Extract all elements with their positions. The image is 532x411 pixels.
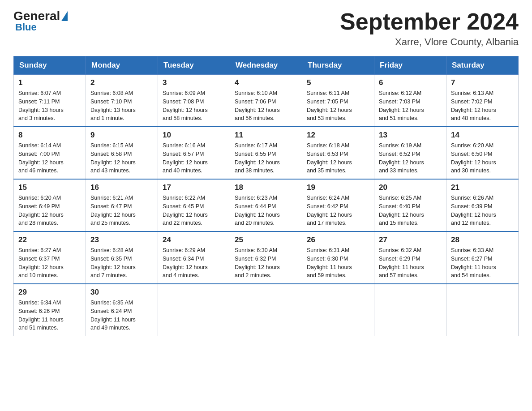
header-friday: Friday — [374, 56, 446, 75]
day-info: Sunrise: 6:20 AMSunset: 6:49 PMDaylight:… — [18, 194, 81, 227]
header-thursday: Thursday — [302, 56, 374, 75]
calendar-cell: 15Sunrise: 6:20 AMSunset: 6:49 PMDayligh… — [14, 179, 86, 231]
calendar-cell — [158, 284, 230, 336]
day-number: 16 — [90, 183, 153, 192]
day-info: Sunrise: 6:15 AMSunset: 6:58 PMDaylight:… — [90, 141, 153, 175]
day-number: 17 — [163, 183, 225, 192]
calendar-cell: 6Sunrise: 6:12 AMSunset: 7:03 PMDaylight… — [374, 75, 446, 127]
calendar-cell: 9Sunrise: 6:15 AMSunset: 6:58 PMDaylight… — [86, 127, 158, 179]
day-number: 5 — [307, 78, 369, 87]
day-number: 26 — [307, 235, 369, 244]
calendar-cell: 10Sunrise: 6:16 AMSunset: 6:57 PMDayligh… — [158, 127, 230, 179]
calendar-location: Xarre, Vlore County, Albania — [340, 36, 519, 48]
day-number: 7 — [451, 78, 514, 87]
day-number: 4 — [235, 78, 297, 87]
day-number: 28 — [451, 235, 514, 244]
calendar-cell: 25Sunrise: 6:30 AMSunset: 6:32 PMDayligh… — [230, 231, 302, 284]
calendar-cell: 12Sunrise: 6:18 AMSunset: 6:53 PMDayligh… — [302, 127, 374, 179]
day-info: Sunrise: 6:35 AMSunset: 6:24 PMDaylight:… — [90, 299, 153, 332]
calendar-cell: 16Sunrise: 6:21 AMSunset: 6:47 PMDayligh… — [86, 179, 158, 231]
day-number: 9 — [90, 131, 153, 140]
header-wednesday: Wednesday — [230, 56, 302, 75]
calendar-header-row: SundayMondayTuesdayWednesdayThursdayFrid… — [14, 56, 519, 75]
day-info: Sunrise: 6:08 AMSunset: 7:10 PMDaylight:… — [90, 89, 153, 123]
day-number: 13 — [379, 131, 442, 140]
calendar-week-3: 15Sunrise: 6:20 AMSunset: 6:49 PMDayligh… — [14, 179, 519, 231]
calendar-cell: 1Sunrise: 6:07 AMSunset: 7:11 PMDaylight… — [14, 75, 86, 127]
title-block: September 2024 Xarre, Vlore County, Alba… — [340, 9, 519, 48]
day-info: Sunrise: 6:26 AMSunset: 6:39 PMDaylight:… — [451, 194, 514, 227]
day-number: 8 — [18, 131, 81, 140]
calendar-cell — [446, 284, 519, 336]
day-number: 21 — [451, 183, 514, 192]
calendar-cell: 5Sunrise: 6:11 AMSunset: 7:05 PMDaylight… — [302, 75, 374, 127]
day-number: 23 — [90, 235, 153, 244]
calendar-cell — [302, 284, 374, 336]
day-info: Sunrise: 6:11 AMSunset: 7:05 PMDaylight:… — [307, 89, 369, 123]
day-number: 20 — [379, 183, 442, 192]
day-info: Sunrise: 6:19 AMSunset: 6:52 PMDaylight:… — [379, 141, 442, 175]
calendar-table: SundayMondayTuesdayWednesdayThursdayFrid… — [13, 56, 519, 336]
header-saturday: Saturday — [446, 56, 519, 75]
calendar-cell — [230, 284, 302, 336]
calendar-cell: 4Sunrise: 6:10 AMSunset: 7:06 PMDaylight… — [230, 75, 302, 127]
page-header: General Blue September 2024 Xarre, Vlore… — [13, 9, 519, 48]
day-number: 18 — [235, 183, 297, 192]
logo: General Blue — [13, 9, 69, 33]
calendar-week-2: 8Sunrise: 6:14 AMSunset: 7:00 PMDaylight… — [14, 127, 519, 179]
day-info: Sunrise: 6:32 AMSunset: 6:29 PMDaylight:… — [379, 246, 442, 280]
day-number: 2 — [90, 78, 153, 87]
day-number: 15 — [18, 183, 81, 192]
day-info: Sunrise: 6:33 AMSunset: 6:27 PMDaylight:… — [451, 246, 514, 280]
calendar-title: September 2024 — [340, 9, 519, 34]
day-number: 3 — [163, 78, 225, 87]
day-number: 27 — [379, 235, 442, 244]
calendar-cell: 20Sunrise: 6:25 AMSunset: 6:40 PMDayligh… — [374, 179, 446, 231]
day-info: Sunrise: 6:27 AMSunset: 6:37 PMDaylight:… — [18, 246, 81, 280]
calendar-cell: 28Sunrise: 6:33 AMSunset: 6:27 PMDayligh… — [446, 231, 519, 284]
calendar-cell — [374, 284, 446, 336]
day-info: Sunrise: 6:25 AMSunset: 6:40 PMDaylight:… — [379, 194, 442, 227]
calendar-cell: 23Sunrise: 6:28 AMSunset: 6:35 PMDayligh… — [86, 231, 158, 284]
day-info: Sunrise: 6:17 AMSunset: 6:55 PMDaylight:… — [235, 141, 297, 175]
day-number: 10 — [163, 131, 225, 140]
header-monday: Monday — [86, 56, 158, 75]
calendar-week-4: 22Sunrise: 6:27 AMSunset: 6:37 PMDayligh… — [14, 231, 519, 284]
calendar-cell: 22Sunrise: 6:27 AMSunset: 6:37 PMDayligh… — [14, 231, 86, 284]
day-info: Sunrise: 6:24 AMSunset: 6:42 PMDaylight:… — [307, 194, 369, 227]
day-info: Sunrise: 6:16 AMSunset: 6:57 PMDaylight:… — [163, 141, 225, 175]
day-info: Sunrise: 6:18 AMSunset: 6:53 PMDaylight:… — [307, 141, 369, 175]
day-info: Sunrise: 6:28 AMSunset: 6:35 PMDaylight:… — [90, 246, 153, 280]
day-info: Sunrise: 6:20 AMSunset: 6:50 PMDaylight:… — [451, 141, 514, 175]
calendar-week-5: 29Sunrise: 6:34 AMSunset: 6:26 PMDayligh… — [14, 284, 519, 336]
day-info: Sunrise: 6:29 AMSunset: 6:34 PMDaylight:… — [163, 246, 225, 280]
day-info: Sunrise: 6:30 AMSunset: 6:32 PMDaylight:… — [235, 246, 297, 280]
day-number: 6 — [379, 78, 442, 87]
calendar-cell: 18Sunrise: 6:23 AMSunset: 6:44 PMDayligh… — [230, 179, 302, 231]
day-info: Sunrise: 6:12 AMSunset: 7:03 PMDaylight:… — [379, 89, 442, 123]
calendar-cell: 30Sunrise: 6:35 AMSunset: 6:24 PMDayligh… — [86, 284, 158, 336]
calendar-week-1: 1Sunrise: 6:07 AMSunset: 7:11 PMDaylight… — [14, 75, 519, 127]
calendar-cell: 27Sunrise: 6:32 AMSunset: 6:29 PMDayligh… — [374, 231, 446, 284]
day-info: Sunrise: 6:09 AMSunset: 7:08 PMDaylight:… — [163, 89, 225, 123]
day-number: 24 — [163, 235, 225, 244]
day-number: 11 — [235, 131, 297, 140]
day-info: Sunrise: 6:34 AMSunset: 6:26 PMDaylight:… — [18, 299, 81, 332]
header-tuesday: Tuesday — [158, 56, 230, 75]
day-number: 22 — [18, 235, 81, 244]
day-info: Sunrise: 6:07 AMSunset: 7:11 PMDaylight:… — [18, 89, 81, 123]
calendar-cell: 21Sunrise: 6:26 AMSunset: 6:39 PMDayligh… — [446, 179, 519, 231]
calendar-cell: 2Sunrise: 6:08 AMSunset: 7:10 PMDaylight… — [86, 75, 158, 127]
day-info: Sunrise: 6:14 AMSunset: 7:00 PMDaylight:… — [18, 141, 81, 175]
calendar-cell: 29Sunrise: 6:34 AMSunset: 6:26 PMDayligh… — [14, 284, 86, 336]
day-number: 19 — [307, 183, 369, 192]
day-number: 12 — [307, 131, 369, 140]
header-sunday: Sunday — [14, 56, 86, 75]
calendar-cell: 24Sunrise: 6:29 AMSunset: 6:34 PMDayligh… — [158, 231, 230, 284]
calendar-cell: 11Sunrise: 6:17 AMSunset: 6:55 PMDayligh… — [230, 127, 302, 179]
logo-triangle-icon — [61, 11, 68, 21]
day-number: 29 — [18, 288, 81, 297]
calendar-cell: 3Sunrise: 6:09 AMSunset: 7:08 PMDaylight… — [158, 75, 230, 127]
calendar-cell: 7Sunrise: 6:13 AMSunset: 7:02 PMDaylight… — [446, 75, 519, 127]
day-number: 14 — [451, 131, 514, 140]
